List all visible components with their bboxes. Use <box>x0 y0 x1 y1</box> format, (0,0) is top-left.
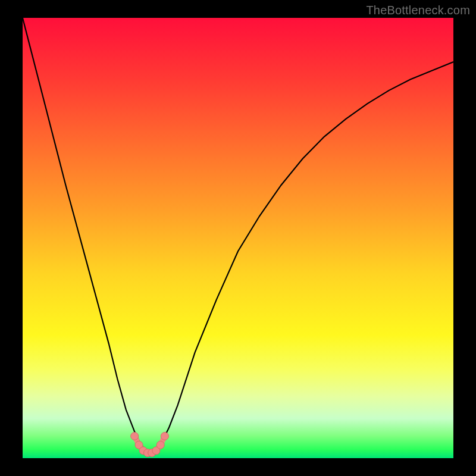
watermark-text: TheBottleneck.com <box>366 4 470 17</box>
svg-point-6 <box>156 441 164 449</box>
svg-point-7 <box>161 433 168 440</box>
plot-area <box>23 18 453 458</box>
chart-frame: TheBottleneck.com <box>0 0 476 476</box>
svg-point-0 <box>131 433 139 440</box>
optimal-range-markers <box>23 18 453 458</box>
